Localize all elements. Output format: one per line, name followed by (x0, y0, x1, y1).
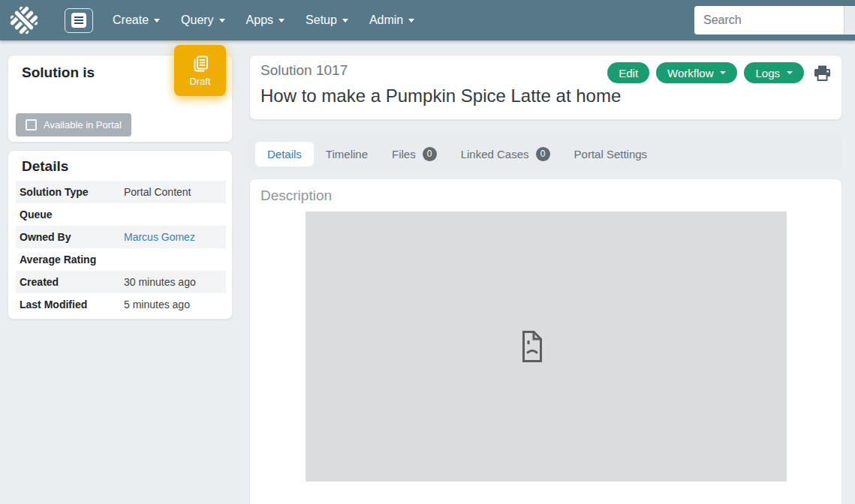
row-value: Portal Content (124, 186, 191, 198)
logs-button-label: Logs (755, 67, 780, 80)
checkbox-icon (26, 119, 37, 130)
tab-label: Portal Settings (574, 148, 648, 160)
hamburger-icon (71, 13, 86, 28)
nav-item-admin[interactable]: Admin (359, 8, 425, 33)
row-label: Solution Type (16, 186, 124, 198)
nav-item-label: Apps (246, 14, 273, 26)
main-menu: Create Query Apps Setup Admin (102, 8, 425, 33)
tab-portal-settings[interactable]: Portal Settings (562, 142, 660, 166)
tab-label: Timeline (326, 148, 368, 160)
chevron-down-icon (787, 71, 793, 74)
linked-cases-count-badge: 0 (536, 147, 550, 161)
search-group (694, 6, 855, 34)
tab-bar: Details Timeline Files 0 Linked Cases 0 … (249, 136, 842, 172)
chevron-down-icon (408, 19, 414, 22)
status-badge: Draft (174, 45, 226, 96)
edit-button[interactable]: Edit (607, 62, 649, 83)
printer-icon (814, 65, 831, 81)
nav-item-setup[interactable]: Setup (295, 8, 359, 33)
top-navbar: Create Query Apps Setup Admin (0, 0, 855, 40)
nav-item-label: Admin (369, 14, 403, 26)
broken-image-icon (521, 330, 543, 363)
header-actions: Edit Workflow Logs (607, 62, 831, 83)
chevron-down-icon (219, 19, 225, 22)
available-in-portal-toggle[interactable]: Available in Portal (16, 113, 131, 136)
tab-details[interactable]: Details (255, 142, 314, 166)
nav-item-label: Query (181, 14, 214, 26)
edit-button-label: Edit (619, 67, 638, 80)
row-label: Queue (16, 208, 124, 220)
status-badge-label: Draft (189, 76, 210, 87)
broken-image-placeholder (306, 212, 787, 482)
nav-item-apps[interactable]: Apps (236, 8, 295, 33)
portal-toggle-label: Available in Portal (44, 119, 122, 130)
record-id: Solution 1017 (260, 62, 348, 79)
workflow-dropdown-button[interactable]: Workflow (656, 62, 737, 83)
chevron-down-icon (342, 19, 348, 22)
owner-link[interactable]: Marcus Gomez (124, 231, 195, 243)
search-addon[interactable] (844, 6, 855, 34)
nav-item-label: Create (113, 14, 149, 26)
chevron-down-icon (154, 19, 160, 22)
nav-item-label: Setup (306, 14, 337, 26)
app-logo-icon[interactable] (8, 4, 41, 37)
nav-item-create[interactable]: Create (102, 8, 170, 33)
table-row: Created 30 minutes ago (16, 271, 226, 293)
row-label: Owned By (16, 231, 124, 243)
row-label: Created (16, 276, 124, 288)
journal-text-icon (191, 55, 209, 73)
tab-label: Files (392, 148, 416, 160)
chevron-down-icon (720, 71, 726, 74)
chevron-down-icon (278, 19, 284, 22)
description-heading: Description (260, 188, 332, 204)
page-title: How to make a Pumpkin Spice Latte at hom… (260, 86, 621, 106)
tab-label: Details (267, 148, 302, 160)
menu-toggle-button[interactable] (65, 8, 93, 33)
tab-label: Linked Cases (461, 148, 529, 160)
print-button[interactable] (814, 65, 831, 81)
tab-linked-cases[interactable]: Linked Cases 0 (449, 141, 562, 167)
details-card: Details Solution Type Portal Content Que… (8, 150, 233, 320)
table-row: Last Modified 5 minutes ago (16, 293, 226, 316)
nav-item-query[interactable]: Query (170, 8, 236, 33)
row-value: 30 minutes ago (124, 276, 196, 288)
logs-dropdown-button[interactable]: Logs (744, 62, 804, 83)
tab-files[interactable]: Files 0 (380, 141, 449, 167)
table-row: Queue (16, 203, 226, 226)
table-row: Average Rating (16, 248, 226, 271)
status-card-title: Solution is (22, 64, 95, 81)
tab-timeline[interactable]: Timeline (314, 142, 380, 166)
row-label: Last Modified (16, 298, 124, 310)
files-count-badge: 0 (423, 147, 437, 161)
workflow-button-label: Workflow (667, 67, 713, 80)
details-card-title: Details (22, 158, 68, 175)
row-label: Average Rating (16, 254, 124, 266)
record-header-card: Solution 1017 How to make a Pumpkin Spic… (249, 55, 842, 120)
search-input[interactable] (694, 6, 844, 34)
row-value: 5 minutes ago (124, 298, 190, 310)
table-row: Owned By Marcus Gomez (16, 226, 226, 248)
table-row: Solution Type Portal Content (16, 181, 226, 203)
details-table: Solution Type Portal Content Queue Owned… (16, 181, 226, 316)
description-card: Description (249, 178, 842, 504)
